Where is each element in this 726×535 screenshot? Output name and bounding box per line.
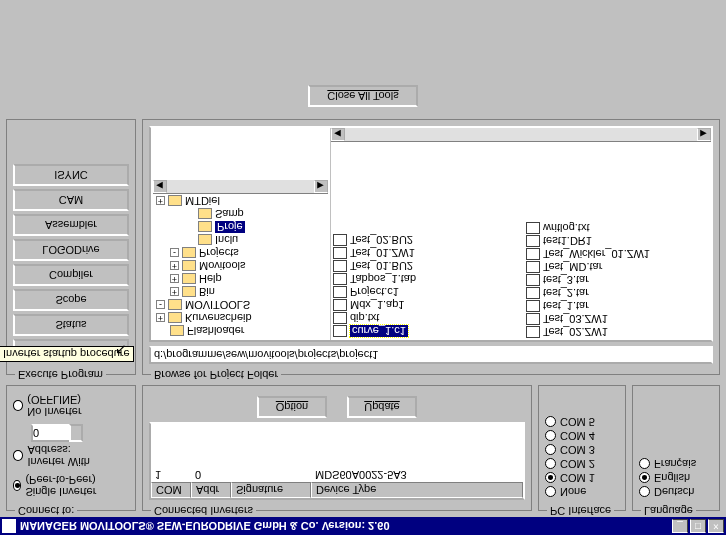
file-icon xyxy=(333,299,347,311)
radio-dot-icon xyxy=(545,487,556,498)
expand-icon[interactable]: - xyxy=(170,249,179,258)
tree-item[interactable]: Inclu xyxy=(153,234,328,246)
file-item[interactable]: Test_02.BU2 xyxy=(333,234,516,246)
file-item[interactable]: Test_03.ZW1 xyxy=(526,313,709,325)
file-browser: Flashloader+Kurvenscheib-MOVITOOLS+Bin+H… xyxy=(149,126,713,342)
file-label: curve_1.c1 xyxy=(350,325,408,337)
maximize-button[interactable]: □ xyxy=(690,519,706,533)
tree-item[interactable]: Proje xyxy=(153,221,328,233)
tree-item[interactable]: +Help xyxy=(153,273,328,285)
close-button[interactable]: × xyxy=(708,519,724,533)
file-item[interactable]: dip.txt xyxy=(333,312,516,324)
file-item[interactable]: curve_1.c1 xyxy=(333,325,516,337)
folder-icon xyxy=(170,326,184,337)
file-list[interactable]: curve_1.c1dip.txtMdx_1.ap1Project.c1Tabp… xyxy=(331,142,711,340)
tree-item[interactable]: +MTDiel xyxy=(153,195,328,207)
file-item[interactable]: Test_Wickler_01.ZW1 xyxy=(526,248,709,260)
expand-icon[interactable]: + xyxy=(170,288,179,297)
radio-pc-none[interactable]: None xyxy=(545,486,619,498)
tree-item[interactable]: +Movitools xyxy=(153,260,328,272)
address-spinner[interactable] xyxy=(69,424,83,442)
file-item[interactable]: test_2.tar xyxy=(526,287,709,299)
file-item[interactable]: test1.DR1 xyxy=(526,235,709,247)
file-item[interactable]: Tabpos_1.tab xyxy=(333,273,516,285)
option-button[interactable]: Option xyxy=(257,396,327,418)
th-device-type[interactable]: Device Type xyxy=(311,482,523,498)
minimize-button[interactable]: _ xyxy=(672,519,688,533)
file-icon xyxy=(333,260,347,272)
file-icon xyxy=(526,287,540,299)
file-item[interactable]: Mdx_1.ap1 xyxy=(333,299,516,311)
file-icon xyxy=(526,300,540,312)
status-button[interactable]: Status xyxy=(13,314,129,336)
file-item[interactable]: Project.c1 xyxy=(333,286,516,298)
file-icon xyxy=(526,261,540,273)
td-com: 1 xyxy=(151,468,191,482)
compiler-button[interactable]: Compiler xyxy=(13,264,129,286)
radio-dot-icon xyxy=(639,459,650,470)
th-addr[interactable]: Addr xyxy=(191,482,231,498)
pc-interface-groupbox: PC Interface NoneCOM 1COM 2COM 3COM 4COM… xyxy=(538,385,626,511)
radio-no-inverter[interactable]: No Inverter (OFFLINE) xyxy=(13,394,129,418)
expand-icon[interactable]: + xyxy=(156,197,165,206)
radio-lang-english[interactable]: English xyxy=(639,472,713,484)
window-title: MANAGER MOVITOOLS® SEW-EURODRIVE GmbH & … xyxy=(20,520,670,532)
table-row[interactable]: 1 0 MDS60A0022-5A3 xyxy=(151,468,523,482)
radio-pc-com1[interactable]: COM 1 xyxy=(545,472,619,484)
file-scrollbar[interactable]: ◄► xyxy=(331,128,711,142)
close-all-tools-button[interactable]: Close All Tools xyxy=(308,85,418,107)
file-label: Tabpos_1.tab xyxy=(350,273,416,285)
scope-button[interactable]: Scope xyxy=(13,289,129,311)
update-button[interactable]: Update xyxy=(347,396,417,418)
file-icon xyxy=(333,312,347,324)
radio-lang-deutsch[interactable]: Deutsch xyxy=(639,486,713,498)
folder-icon xyxy=(168,196,182,207)
radio-label: Français xyxy=(654,458,696,470)
path-input[interactable]: d:/programme/sew/movitools/projects/proj… xyxy=(149,346,713,364)
radio-pc-com4[interactable]: COM 4 xyxy=(545,430,619,442)
isync-button[interactable]: ISYNC xyxy=(13,164,129,186)
th-signature[interactable]: Signature xyxy=(231,482,311,498)
radio-inverter-address[interactable]: Inverter With Address: xyxy=(13,444,129,468)
file-item[interactable]: writlog.txt xyxy=(526,222,709,234)
radio-pc-com5[interactable]: COM 5 xyxy=(545,416,619,428)
file-item[interactable]: test_1.tar xyxy=(526,300,709,312)
radio-pc-com2[interactable]: COM 2 xyxy=(545,458,619,470)
expand-icon[interactable]: - xyxy=(156,301,165,310)
radio-pc-com3[interactable]: COM 3 xyxy=(545,444,619,456)
tree-item[interactable]: -MOVITOOLS xyxy=(153,299,328,311)
cam-button[interactable]: CAM xyxy=(13,189,129,211)
tree-item[interactable]: -Projects xyxy=(153,247,328,259)
radio-dot-icon xyxy=(545,417,556,428)
file-item[interactable]: Test_01.BU2 xyxy=(333,260,516,272)
radio-single-inverter[interactable]: Single Inverter (Peer-to-Peer) xyxy=(13,474,129,498)
tree-scrollbar[interactable]: ◄► xyxy=(153,180,328,194)
radio-label: COM 1 xyxy=(560,472,595,484)
address-input[interactable] xyxy=(31,424,71,442)
file-label: Test_02.BU2 xyxy=(350,234,413,246)
file-label: test1.DR1 xyxy=(543,235,592,247)
file-item[interactable]: Test_02.ZW1 xyxy=(526,326,709,338)
expand-icon[interactable]: + xyxy=(156,314,165,323)
expand-icon[interactable]: + xyxy=(170,262,179,271)
tree-item[interactable]: +Bin xyxy=(153,286,328,298)
file-item[interactable]: test_3.tar xyxy=(526,274,709,286)
folder-tree[interactable]: Flashloader+Kurvenscheib-MOVITOOLS+Bin+H… xyxy=(151,128,331,340)
expand-icon[interactable]: + xyxy=(170,275,179,284)
tree-item[interactable]: +Kurvenscheib xyxy=(153,312,328,324)
file-item[interactable]: Test_MD.tar xyxy=(526,261,709,273)
tree-item[interactable]: Samp xyxy=(153,208,328,220)
radio-dot-icon xyxy=(545,473,556,484)
inverters-legend: Connected Inverters xyxy=(151,505,256,517)
logodrive-button[interactable]: LOGODrive xyxy=(13,239,129,261)
th-com[interactable]: COM xyxy=(151,482,191,498)
tree-item[interactable]: Flashloader xyxy=(153,325,328,337)
radio-label: COM 4 xyxy=(560,430,595,442)
file-item[interactable]: Test_01.ZW1 xyxy=(333,247,516,259)
file-label: Test_Wickler_01.ZW1 xyxy=(543,248,650,260)
file-label: test_3.tar xyxy=(543,274,589,286)
tooltip-startup: Inverter startup procedure xyxy=(0,346,134,362)
radio-lang-français[interactable]: Français xyxy=(639,458,713,470)
file-icon xyxy=(526,235,540,247)
assembler-button[interactable]: Assembler xyxy=(13,214,129,236)
